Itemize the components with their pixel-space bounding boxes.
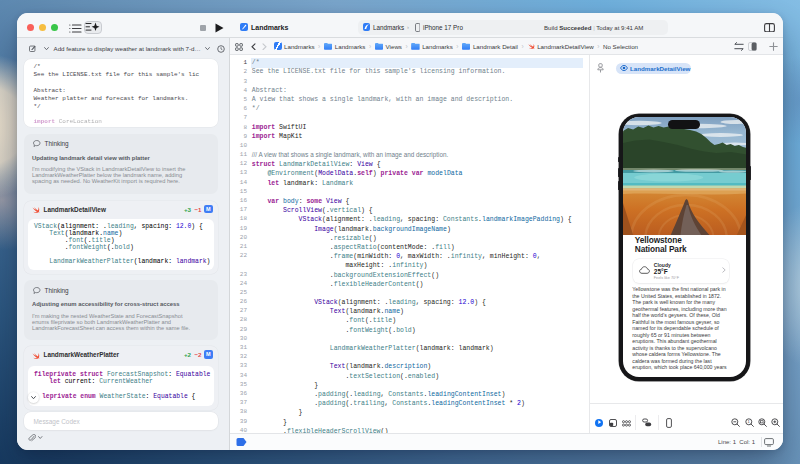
svg-text:1: 1 [748, 419, 751, 424]
